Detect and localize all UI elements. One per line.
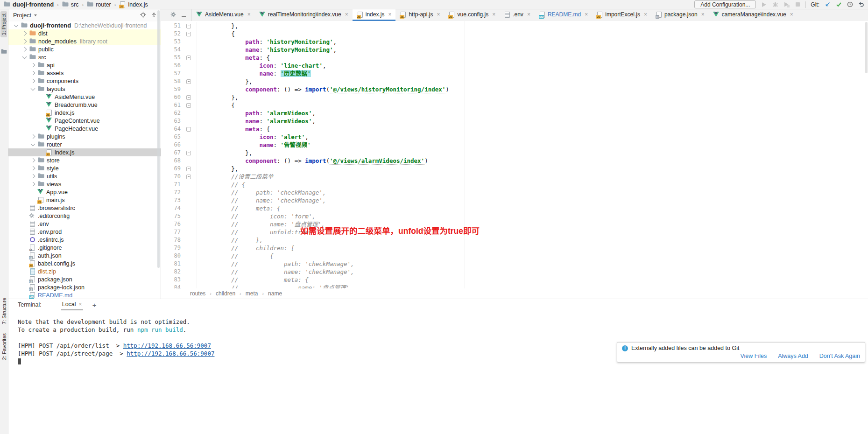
line-number[interactable]: 84 — [161, 284, 181, 288]
debug-icon[interactable] — [772, 1, 778, 8]
code-editor[interactable]: 51 },52 {53 path: 'historyMonitoring',54… — [161, 21, 868, 288]
code-line[interactable]: 65 icon: 'alert', — [161, 133, 868, 141]
code-line[interactable]: 84 // name: '盘点管理' — [161, 284, 868, 288]
terminal-tab-local[interactable]: Local × — [61, 299, 83, 310]
fold-marker[interactable] — [186, 32, 191, 36]
tree-item-breadcrumb-vue[interactable]: Breadcrumb.vue — [8, 101, 161, 109]
tree-item-env-prod[interactable]: .env.prod — [8, 228, 161, 236]
fold-marker[interactable] — [186, 175, 191, 179]
tab-vue-config-js[interactable]: JSvue.config.js× — [444, 9, 500, 21]
tree-item-views[interactable]: views — [8, 180, 161, 188]
fold-marker[interactable] — [186, 79, 191, 84]
chevron-right-icon[interactable] — [31, 166, 35, 171]
stop-icon[interactable] — [794, 1, 801, 8]
line-number[interactable]: 83 — [161, 276, 181, 284]
chevron-right-icon[interactable] — [22, 39, 27, 44]
close-icon[interactable]: × — [790, 11, 793, 18]
code-line[interactable]: 66 name: '告警视频' — [161, 141, 868, 149]
tree-item-style[interactable]: style — [8, 164, 161, 172]
new-terminal-button[interactable]: + — [92, 301, 97, 309]
code-line[interactable]: 58 }, — [161, 77, 868, 85]
code-line[interactable]: 69 }, — [161, 165, 868, 173]
line-number[interactable]: 59 — [161, 85, 181, 93]
tree-item-eslintrc-js[interactable]: .eslintrc.js — [8, 236, 161, 244]
line-number[interactable]: 81 — [161, 260, 181, 268]
code-line[interactable]: 74 // meta: { — [161, 204, 868, 212]
fold-marker[interactable] — [186, 24, 191, 28]
breadcrumb-item-router[interactable]: router — [87, 1, 111, 8]
chevron-down-icon[interactable] — [34, 14, 37, 16]
project-panel-title[interactable]: Project — [13, 12, 31, 19]
tree-item-index-js[interactable]: JSindex.js — [8, 148, 161, 156]
tree-item-src[interactable]: src — [8, 53, 161, 61]
tree-item-public[interactable]: public — [8, 45, 161, 53]
tree-item-dist[interactable]: dist — [8, 29, 161, 37]
tree-item-pagecontent-vue[interactable]: PageContent.vue — [8, 117, 161, 125]
code-line[interactable]: 79 // children: [ — [161, 244, 868, 252]
close-icon[interactable]: × — [437, 11, 440, 18]
close-icon[interactable]: × — [345, 11, 348, 18]
tab-index-js[interactable]: JSindex.js× — [353, 9, 396, 21]
breadcrumb-item-src[interactable]: src — [62, 1, 79, 8]
line-number[interactable]: 56 — [161, 62, 181, 70]
line-number[interactable]: 68 — [161, 157, 181, 165]
line-number[interactable]: 55 — [161, 54, 181, 62]
chevron-down-icon[interactable] — [31, 141, 35, 146]
close-icon[interactable]: × — [527, 11, 530, 18]
code-line[interactable]: 59 component: () => import('@/views/hist… — [161, 85, 868, 93]
scrollbar[interactable] — [157, 10, 160, 268]
line-number[interactable]: 77 — [161, 228, 181, 236]
tree-item-readme-md[interactable]: MDREADME.md — [8, 291, 161, 299]
line-number[interactable]: 57 — [161, 70, 181, 77]
tree-item-index-js[interactable]: JSindex.js — [8, 109, 161, 117]
tree-item-router[interactable]: router — [8, 140, 161, 148]
fold-marker[interactable] — [186, 151, 191, 155]
tool-button-favorites[interactable]: 2: Favorites — [0, 333, 7, 360]
line-number[interactable]: 74 — [161, 204, 181, 212]
tool-button-project[interactable]: 1: Project — [0, 11, 7, 37]
code-line[interactable]: 83 // meta: { — [161, 276, 868, 284]
line-number[interactable]: 72 — [161, 189, 181, 196]
chevron-right-icon[interactable] — [31, 79, 35, 84]
fold-marker[interactable] — [186, 103, 191, 108]
line-number[interactable]: 76 — [161, 220, 181, 228]
code-line[interactable]: 64 meta: { — [161, 125, 868, 133]
tree-item-env[interactable]: .env — [8, 220, 161, 228]
vcs-rollback-icon[interactable] — [858, 1, 864, 8]
editor-scrollbar[interactable] — [865, 22, 868, 73]
code-line[interactable]: 72 // path: 'checkManage', — [161, 189, 868, 196]
line-number[interactable]: 66 — [161, 141, 181, 149]
line-number[interactable]: 51 — [161, 22, 181, 30]
gear-icon[interactable] — [170, 12, 176, 19]
always-add-link[interactable]: Always Add — [778, 353, 808, 359]
line-number[interactable]: 52 — [161, 30, 181, 38]
code-line[interactable]: 67 }, — [161, 149, 868, 157]
code-line[interactable]: 57 name: '历史数据' — [161, 70, 868, 77]
editor-breadcrumb-meta[interactable]: meta — [246, 290, 258, 297]
tab-realtimemonitoring-index-vue[interactable]: realTimeMonitoring\index.vue× — [255, 9, 353, 21]
tree-item-assets[interactable]: assets — [8, 69, 161, 77]
vcs-update-icon[interactable] — [824, 1, 831, 8]
code-line[interactable]: 62 path: 'alarmVideos', — [161, 109, 868, 117]
tree-item-api[interactable]: api — [8, 61, 161, 69]
code-line[interactable]: 82 // name: 'checkManage', — [161, 268, 868, 276]
chevron-right-icon[interactable] — [22, 47, 27, 52]
line-number[interactable]: 54 — [161, 46, 181, 54]
code-line[interactable]: 77 // unfold:true — [161, 228, 868, 236]
chevron-right-icon[interactable] — [31, 158, 35, 163]
code-line[interactable]: 56 icon: 'line-chart', — [161, 62, 868, 70]
line-number[interactable]: 58 — [161, 77, 181, 85]
code-line[interactable]: 81 // path: 'checkManage', — [161, 260, 868, 268]
tree-item-asidemenu-vue[interactable]: AsideMenu.vue — [8, 93, 161, 101]
code-line[interactable]: 68 component: () => import('@/views/alar… — [161, 157, 868, 165]
close-icon[interactable]: × — [79, 301, 82, 308]
collapse-all-icon[interactable] — [151, 12, 157, 19]
tree-item-package-json[interactable]: {;}package.json — [8, 275, 161, 283]
code-line[interactable]: 55 meta: { — [161, 54, 868, 62]
fold-marker[interactable] — [186, 127, 191, 132]
editor-breadcrumb-routes[interactable]: routes — [190, 290, 205, 297]
code-line[interactable]: 78 // }, — [161, 236, 868, 244]
tree-item-node-modules[interactable]: node_moduleslibrary root — [8, 37, 161, 45]
tab-package-json[interactable]: {;}package.json× — [651, 9, 709, 21]
fold-marker[interactable] — [186, 167, 191, 171]
